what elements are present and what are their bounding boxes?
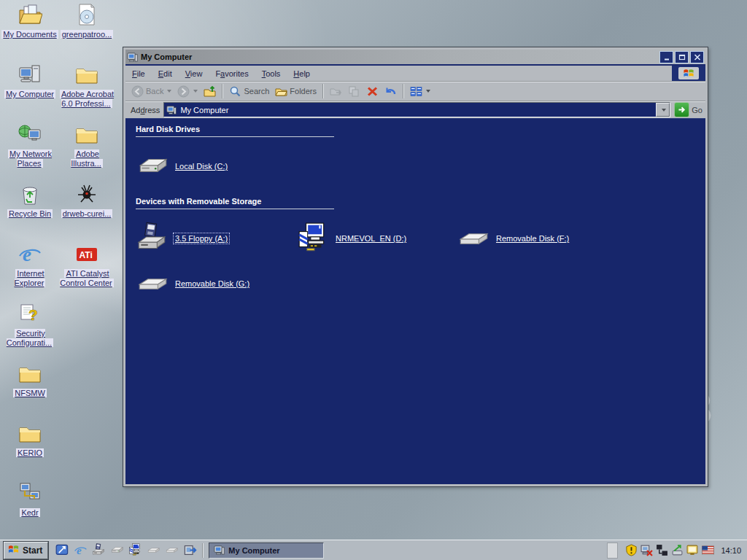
- back-caret-icon[interactable]: [167, 90, 171, 93]
- forward-button[interactable]: [174, 84, 201, 99]
- chevron-down-icon: [662, 109, 666, 112]
- drive-label[interactable]: Local Disk (C:): [174, 161, 229, 171]
- desktop-icon-recycle-bin[interactable]: Recycle Bin: [1, 182, 58, 219]
- desktop-icon-label: Recycle Bin: [1, 209, 58, 219]
- address-dropdown-button[interactable]: [656, 103, 670, 117]
- ati-icon: ATi: [74, 242, 99, 267]
- back-button[interactable]: Back: [128, 84, 174, 99]
- drive-item-removable-disk-g[interactable]: Removable Disk (G:): [136, 263, 296, 304]
- group-divider: [136, 209, 334, 209]
- up-folder-icon: [204, 85, 216, 98]
- desktop-icon-nfsmw[interactable]: NFSMW: [1, 362, 58, 398]
- network-icon[interactable]: [656, 544, 668, 556]
- desktop-icon-adobe-acrobat-6-0-professi[interactable]: Adobe Acrobat 6.0 Professi...: [58, 63, 115, 109]
- delete-button[interactable]: [363, 84, 382, 99]
- keyboard-layout-us-icon[interactable]: [702, 544, 714, 556]
- explorer-window: My Computer FileEditViewFavoritesToolsHe…: [123, 47, 708, 487]
- quick-launch-removable-disk-icon[interactable]: [147, 543, 160, 557]
- quick-launch-setup-cd-icon[interactable]: [128, 543, 142, 557]
- display-folder-icon[interactable]: [686, 544, 699, 556]
- quick-launch-show-desktop-icon[interactable]: [55, 543, 69, 557]
- up-button[interactable]: [201, 84, 219, 99]
- back-label: Back: [146, 87, 163, 96]
- toolbar-separator: [403, 84, 404, 98]
- drive-item-nrmevol-en-d[interactable]: NRMEVOL_EN (D:): [296, 218, 457, 259]
- my-computer-small-icon: [214, 545, 225, 556]
- desktop-icon-drweb-curei[interactable]: drweb-curei...: [58, 182, 115, 219]
- windows-flag-icon: [682, 68, 695, 79]
- taskbar-clock[interactable]: 14:10: [721, 546, 741, 555]
- desktop-icon-adobe-illustra[interactable]: Adobe Illustra...: [58, 122, 115, 168]
- address-value: My Computer: [180, 106, 656, 114]
- undo-button[interactable]: [382, 84, 400, 99]
- minimize-button[interactable]: [659, 51, 673, 63]
- desktop-icon-security-configurati[interactable]: ?Security Configurati...: [1, 302, 58, 348]
- copy-to-icon: [348, 85, 360, 98]
- folders-button[interactable]: Folders: [272, 84, 320, 99]
- toolbar-separator: [322, 84, 324, 98]
- desktop-icon-label: drweb-curei...: [58, 209, 115, 219]
- drive-item-removable-disk-f[interactable]: Removable Disk (F:): [457, 218, 617, 259]
- network-shortcut-icon: [18, 481, 42, 506]
- move-to-button[interactable]: [327, 84, 345, 99]
- desktop-icon-internet-explorer[interactable]: eInternet Explorer: [1, 242, 58, 288]
- menu-edit[interactable]: Edit: [152, 67, 179, 80]
- desktop-icon-greenpatroo[interactable]: greenpatroo...: [58, 3, 115, 39]
- quick-launch-hard-disk-icon[interactable]: [110, 543, 124, 557]
- quick-launch-floppy-drive-icon[interactable]: [92, 543, 106, 557]
- go-button[interactable]: Go: [674, 102, 703, 117]
- back-icon: [131, 85, 144, 98]
- menu-view[interactable]: View: [179, 67, 209, 80]
- copy-to-button[interactable]: [345, 84, 363, 99]
- quick-launch-logoff-icon[interactable]: [183, 543, 197, 557]
- desktop-icon-ati-catalyst-control-center[interactable]: ATiATI Catalyst Control Center: [58, 242, 115, 288]
- desktop-icon-label: Adobe Illustra...: [58, 149, 115, 168]
- desktop-icon-my-documents[interactable]: My Documents: [1, 3, 58, 39]
- tray-grip[interactable]: [607, 542, 618, 559]
- close-button[interactable]: [690, 51, 704, 63]
- views-caret-icon[interactable]: [426, 90, 430, 93]
- network-error-icon[interactable]: [640, 544, 653, 556]
- removable-disk-icon: [457, 222, 490, 255]
- address-combo[interactable]: My Computer: [163, 102, 670, 117]
- menu-help[interactable]: Help: [287, 67, 317, 80]
- window-title: My Computer: [141, 52, 658, 61]
- quick-launch-removable-disk-icon[interactable]: [165, 543, 179, 557]
- start-button[interactable]: Start: [4, 542, 48, 559]
- menu-tools[interactable]: Tools: [255, 67, 287, 80]
- desktop-icon-label: ATI Catalyst Control Center: [58, 269, 115, 288]
- safely-remove-icon[interactable]: [671, 544, 684, 556]
- menu-file[interactable]: File: [125, 67, 152, 80]
- desktop-icon-label: greenpatroo...: [58, 30, 115, 39]
- views-button[interactable]: [407, 84, 433, 99]
- drive-item-local-disk-c[interactable]: Local Disk (C:): [136, 146, 296, 187]
- svg-text:e: e: [77, 545, 82, 556]
- quick-launch-internet-explorer-icon[interactable]: e: [74, 543, 88, 557]
- drive-label[interactable]: NRMEVOL_EN (D:): [334, 233, 408, 244]
- task-button-my-computer[interactable]: My Computer: [209, 542, 324, 559]
- search-icon: [229, 85, 241, 98]
- tray-icons: [625, 544, 714, 556]
- spider-icon: [74, 182, 99, 207]
- desktop-icon-my-computer[interactable]: My Computer: [1, 63, 58, 99]
- maximize-button[interactable]: [675, 51, 689, 63]
- search-button[interactable]: Search: [226, 84, 272, 99]
- security-shield-icon[interactable]: [625, 544, 638, 556]
- group-divider: [136, 136, 334, 137]
- menu-favorites[interactable]: Favorites: [209, 67, 255, 80]
- window-icon: [127, 52, 138, 63]
- drive-label[interactable]: 3.5 Floppy (A:): [174, 233, 229, 244]
- desktop-icon-kedr[interactable]: Kedr: [1, 481, 58, 518]
- desktop-icon-my-network-places[interactable]: My Network Places: [1, 122, 58, 168]
- taskbar-divider: [202, 543, 204, 558]
- task-button-label: My Computer: [228, 546, 279, 555]
- forward-caret-icon[interactable]: [193, 90, 198, 93]
- svg-text:e: e: [23, 244, 31, 265]
- desktop-icon-kerio[interactable]: KERIO: [1, 421, 58, 458]
- address-label: Address: [131, 106, 160, 114]
- drive-label[interactable]: Removable Disk (G:): [174, 279, 251, 289]
- drive-item-3-5-floppy-a[interactable]: 3.5 Floppy (A:): [136, 218, 296, 259]
- system-tray: 14:10: [607, 542, 745, 559]
- drive-label[interactable]: Removable Disk (F:): [495, 233, 570, 244]
- window-titlebar[interactable]: My Computer: [125, 50, 705, 64]
